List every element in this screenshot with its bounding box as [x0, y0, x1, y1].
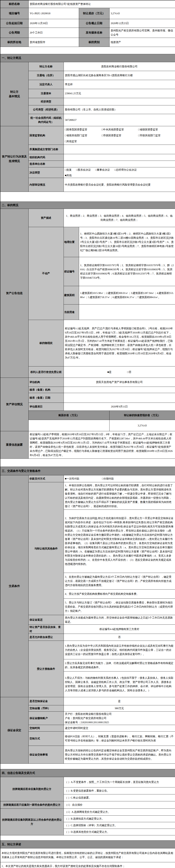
field-label: 批准单位名称 — [28, 161, 64, 167]
row-appraiser: 资产评估情况 评估机构 贵阳天创房地产资产评估事务所有限公司 — [0, 378, 175, 386]
cert-label: 权证编号 — [64, 257, 79, 286]
media-label: 发布媒体名称 — [79, 28, 109, 38]
row-one-transferee: 挂牌期满后若只征集到一家符合条件的意向受让方 （√） 自主报价 — [0, 801, 175, 808]
row-announce-dates: 公告起始日期 2020年11月30日 公告截止日期 2020年12月25日 — [0, 19, 175, 28]
field-value — [64, 386, 175, 393]
gap — [0, 459, 175, 467]
checkbox-option: □股东会决议 — [76, 168, 91, 172]
field-value: 980万元 — [64, 705, 175, 711]
start-date-value: 2020年11月30日 — [28, 19, 79, 28]
field-value — [64, 98, 175, 105]
gap — [0, 835, 175, 840]
field-label: 交纳金额（币种） — [28, 705, 64, 711]
use-value — [79, 304, 175, 320]
other-condition-item: 4、受让方按产权交易机构收费标准向产权交易机构交纳服务费。 — [64, 589, 175, 598]
checkbox-pair: ■一次性付款 □分期付款 — [65, 476, 174, 481]
gap-row — [0, 47, 175, 54]
subject-name-label: 标的名称 — [0, 0, 28, 8]
row-announce-period: 公告周期 20个工作日 发布媒体名称 贵州阳光产权交易所有限公司官网、贵州都市报… — [0, 28, 175, 38]
guaranty-label: 转让资产是否涉及担保、查封 — [28, 624, 64, 633]
one-transferee-label: 挂牌期满后若只征集到一家符合条件的意向受让方 — [0, 801, 64, 808]
other-condition-item: 3、在意向受让方被确定为最终受让方后3个工作日内与转让方签订《资产转让合同》，确… — [64, 573, 175, 589]
section1-header-row: 一、转让方简况 — [0, 54, 175, 62]
field-value — [64, 393, 175, 403]
geo-value: 1、南明区中山西路恒力大厦1幢3层3-0号；2、南明区中山西路恒力大厦1幢2层2… — [79, 227, 175, 257]
field-value — [64, 154, 175, 161]
asset-info-label: 资产公告信息 — [0, 209, 28, 378]
row-commitment-1: 1、本次资产转让的相关是我方真实意愿表示，我方对该资产拥有完全的处置权且实施不存… — [0, 862, 175, 868]
checkbox-option: □中央其他部委监管 — [102, 127, 137, 132]
period-label: 公告周期 — [0, 28, 28, 38]
checkbox-option-checked: ■是 — [107, 370, 112, 374]
option-item: （ ）C.终止信息披露。 — [64, 794, 175, 801]
status-label: 标的物现状 — [28, 320, 64, 366]
field-label: 核准（备案）日期 — [28, 393, 64, 403]
location-label: 标的所在地 — [0, 38, 28, 47]
row-sasac-supervision: 资产转让行为决策及批准情况 国资监管机构 □国务院国资委监管 □中央其他部委监管… — [0, 126, 175, 145]
field-label: 保证金交纳事项 — [28, 746, 64, 764]
option-item: （ ）A.不变更条件，按照__个工作日为一个周期延长挂牌，直至征集到意向受让方 — [64, 777, 175, 787]
trade-conditions-label: 交易条件 — [0, 475, 28, 697]
row-key-disclosure: 重要信息披露 权证编号1-2处租户李明国，租期2019年9月16日至2027年9… — [0, 431, 175, 459]
payment-label: 价款支付方式 — [28, 475, 64, 482]
field-value: 贵阳天创房地产资产评估事务所有限公司 — [64, 378, 175, 386]
real-estate-label: 不动产 — [28, 227, 64, 320]
subject-name-value: 贵阳农村商业银行股份有限公司7处抵债资产整体转让 — [28, 0, 175, 8]
resolution-options: □批复 □股东会决议 □董事会决议 □总经理办公会决议 ■其他 — [64, 167, 175, 178]
field-value: 移动POS交款（针对个人）、转账支票（需提供进账单）、银行汇款、网银转账、银行汇… — [64, 732, 175, 746]
field-value: 贵阳农村商业银行股份有限公司 — [64, 62, 175, 71]
commitment-item: 1、本次资产转让的相关是我方真实意愿表示，我方对该资产拥有完全的处置权且实施不存… — [0, 862, 175, 868]
field-value: 是 — [64, 697, 175, 705]
refund-label: 保证金返还 — [28, 615, 64, 624]
row-payment-method: 交易条件 价款支付方式 ■一次性付款 □分期付款 — [0, 475, 175, 482]
option-item: （√）A.选择网络竞价方式确定受让方。 — [64, 808, 175, 815]
field-value: 587280637 — [64, 114, 175, 126]
multi-transferee-label: 挂牌期满后若征集到两家及以上符合条件的意向受让方 — [0, 808, 64, 835]
quick-value: 3,274.43 — [109, 420, 175, 431]
row-asset-description: 资产公告信息 资产描述 1、商业用房；2、商业用房；3、临街商业用房；4、临街商… — [0, 209, 175, 227]
checkbox-option-checked: ■其他 — [65, 173, 72, 178]
media-value: 贵州阳光产权交易所有限公司官网、贵州都市报、微信公众号 — [109, 28, 175, 38]
option-item: （ ）B.选择拍卖方式确定受让方。 — [64, 815, 175, 822]
period-value: 20个工作日 — [28, 28, 79, 38]
row-project-number: 项目编号 YG-JRZC-2020018 转让底价（万元） 3,274.43 — [0, 8, 175, 19]
project-number-value: YG-JRZC-2020018 — [28, 8, 79, 19]
field-value: 李忠祥 — [64, 80, 175, 89]
supervision-label: 国资监管机构 — [28, 126, 64, 145]
checkbox-option: □市级其他部门监管 — [138, 133, 174, 137]
no-transferee-label: 挂牌期满后若未征集到意向受让方 — [0, 777, 64, 801]
other-condition-item: 1、本项目挂牌公告期间，意向受让方可以对转让标的做尽职调查，自行对转让标的进行全… — [64, 482, 175, 509]
row-deposit-required: 保证金设定 是否交纳保证金 是 — [0, 697, 175, 705]
section2-header-row: 二、标的简况 — [0, 202, 175, 209]
checkbox-option: □分期付款 — [102, 476, 114, 481]
disclosure-value: 权证编号1-2处租户李明国，租期2019年9月16日至2027年9月15日，8年… — [28, 431, 175, 459]
checkbox-option: □批复 — [65, 168, 72, 172]
checkbox-option: □其他监管 — [65, 139, 101, 144]
consortium-value: 否 — [64, 633, 175, 641]
gap-row — [0, 192, 175, 202]
supervision-options: □国务院国资委监管 □中央其他部委监管 □省级国资委监管 □省级其他部门监管 □… — [64, 126, 175, 145]
book-value-header: 账面价值（万元） — [28, 410, 109, 420]
geo-label: 地理位置 — [64, 227, 79, 257]
field-value: 贵阳市观山湖区长岭北路会展商务区TB-1贵阳农商银行大楼 — [64, 71, 175, 80]
gap-row — [0, 764, 175, 769]
field-value — [64, 161, 175, 167]
section5-header-row: 五、转让方承诺 — [0, 840, 175, 848]
floor-price-value: 3,274.43 — [109, 8, 175, 19]
book-value — [28, 420, 109, 431]
checkbox-option: □省级其他部门监管 — [65, 133, 101, 137]
section3-header-row: 三、交易条件与受让方资格条件 — [0, 467, 175, 475]
end-date-label: 公告截止日期 — [79, 19, 109, 28]
field-label: 注册资本 — [28, 89, 64, 98]
priority-value: ■是 □否 — [64, 366, 175, 378]
section3-header: 三、交易条件与受让方资格条件 — [0, 467, 175, 475]
quick-value-header: 转让标的快速变现价值（万元） — [109, 410, 175, 420]
row-subject-name: 标的名称 贵阳农村商业银行股份有限公司7处抵债资产整体转让 — [0, 0, 175, 8]
field-label: 评估基准日 — [28, 403, 64, 410]
checkbox-option: □市级国资委监管 — [102, 133, 137, 137]
field-label: 保证金缴纳账户 — [28, 711, 64, 725]
cert-value: 1、筑房权证南明字第010357972号；2、筑房权证南明字第010357970… — [79, 257, 175, 286]
checkbox-pair: ■是 □否 — [65, 370, 174, 374]
start-date-label: 公告起始日期 — [0, 19, 28, 28]
checkbox-group: □国务院国资委监管 □中央其他部委监管 □省级国资委监管 □省级其他部门监管 □… — [65, 127, 174, 144]
